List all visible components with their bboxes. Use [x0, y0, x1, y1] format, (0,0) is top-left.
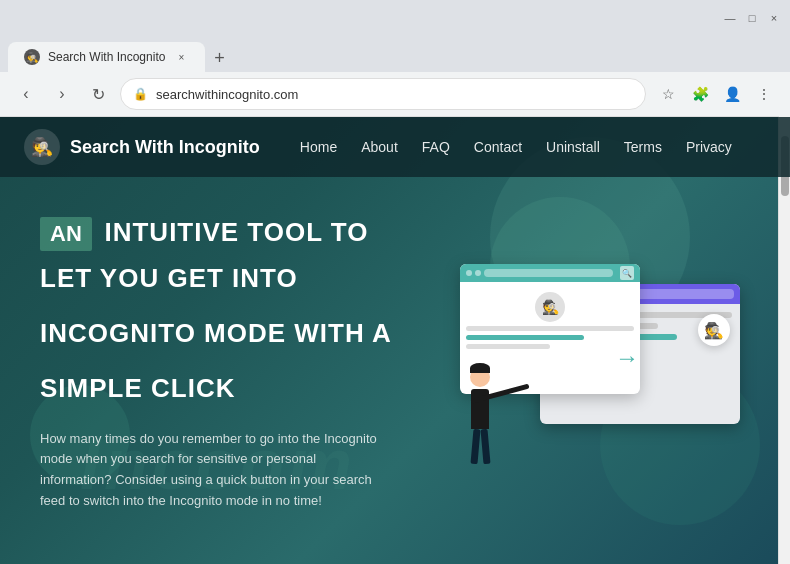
window-controls: — □ × — [722, 10, 782, 26]
back-button[interactable]: ‹ — [12, 80, 40, 108]
bw2-dot-2 — [475, 270, 481, 276]
figure-illustration — [470, 367, 490, 464]
bw2-search-icon: 🔍 — [620, 266, 634, 280]
profile-button[interactable]: 👤 — [718, 80, 746, 108]
lock-icon: 🔒 — [133, 87, 148, 101]
address-text: searchwithincognito.com — [156, 87, 633, 102]
hero-left: AN INTUITIVE TOOL TO LET YOU GET INTO IN… — [40, 217, 410, 512]
nav-links: Home About FAQ Contact Uninstall Terms P… — [300, 139, 766, 155]
bw2-dot-1 — [466, 270, 472, 276]
bookmark-button[interactable]: ☆ — [654, 80, 682, 108]
nav-faq[interactable]: FAQ — [422, 139, 450, 155]
bw2-line-1 — [466, 326, 634, 331]
window-close-button[interactable]: × — [766, 10, 782, 26]
hero-title-inline: INTUITIVE TOOL TO — [96, 217, 368, 247]
hero-title-4: SIMPLE CLICK — [40, 373, 410, 404]
nav-contact[interactable]: Contact — [474, 139, 522, 155]
hero-title-3: INCOGNITO MODE WITH A — [40, 318, 410, 349]
tab-title: Search With Incognito — [48, 50, 165, 64]
tab-bar: 🕵 Search With Incognito × + — [0, 36, 790, 72]
toolbar-icons: ☆ 🧩 👤 ⋮ — [654, 80, 778, 108]
address-bar[interactable]: 🔒 searchwithincognito.com — [120, 78, 646, 110]
bw2-line-2 — [466, 335, 584, 340]
browser-chrome: — □ × 🕵 Search With Incognito × + ‹ › ↻ … — [0, 0, 790, 117]
menu-button[interactable]: ⋮ — [750, 80, 778, 108]
refresh-button[interactable]: ↻ — [84, 80, 112, 108]
hero-tag: AN — [40, 217, 92, 251]
tab-close-button[interactable]: × — [173, 49, 189, 65]
bw2-body: 🕵 — [460, 282, 640, 355]
extensions-button[interactable]: 🧩 — [686, 80, 714, 108]
hero-illustration: 🕵 🔍 🕵 — [450, 217, 750, 512]
address-bar-row: ‹ › ↻ 🔒 searchwithincognito.com ☆ 🧩 👤 ⋮ — [0, 72, 790, 116]
forward-button[interactable]: › — [48, 80, 76, 108]
hero-description: How many times do you remember to go int… — [40, 429, 380, 512]
hero-title-2: LET YOU GET INTO — [40, 263, 410, 294]
minimize-button[interactable]: — — [722, 10, 738, 26]
nav-privacy[interactable]: Privacy — [686, 139, 732, 155]
active-tab[interactable]: 🕵 Search With Incognito × — [8, 42, 205, 72]
hero-tag-line: AN INTUITIVE TOOL TO — [40, 217, 410, 257]
bw2-addr — [484, 269, 613, 277]
browser-illustration: 🕵 🔍 🕵 — [460, 264, 740, 464]
brand: 🕵 Search With Incognito — [24, 129, 260, 165]
nav-uninstall[interactable]: Uninstall — [546, 139, 600, 155]
bw2-titlebar: 🔍 — [460, 264, 640, 282]
brand-icon: 🕵 — [31, 136, 53, 158]
title-bar: — □ × — [0, 0, 790, 36]
maximize-button[interactable]: □ — [744, 10, 760, 26]
bw2-line-3 — [466, 344, 550, 349]
navbar: 🕵 Search With Incognito Home About FAQ C… — [0, 117, 790, 177]
bw2-icon: 🕵 — [535, 292, 565, 322]
brand-name: Search With Incognito — [70, 137, 260, 158]
illustration-arrow: → — [615, 344, 639, 372]
website-content: Inccom 🕵 Search With Incognito Home Abou… — [0, 117, 790, 564]
nav-about[interactable]: About — [361, 139, 398, 155]
tab-favicon: 🕵 — [24, 49, 40, 65]
hero-section: AN INTUITIVE TOOL TO LET YOU GET INTO IN… — [0, 177, 790, 542]
nav-home[interactable]: Home — [300, 139, 337, 155]
brand-logo: 🕵 — [24, 129, 60, 165]
nav-terms[interactable]: Terms — [624, 139, 662, 155]
new-tab-button[interactable]: + — [205, 44, 233, 72]
